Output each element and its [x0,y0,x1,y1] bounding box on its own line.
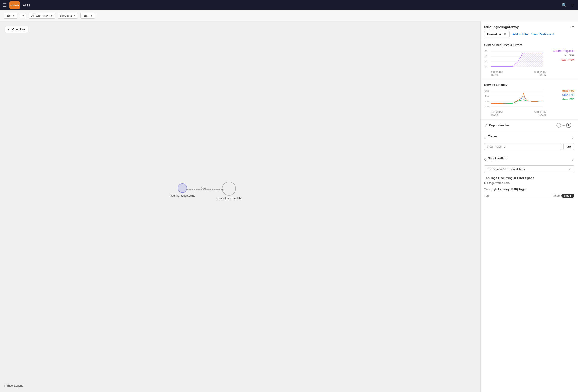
dependencies-right: → 1 › [556,123,574,128]
dep-source-circle [556,123,561,128]
trace-input-row: Go [484,143,574,150]
tag-dropdown-label: Top Across All Indexed Tags [487,167,525,171]
tag-badge: 5ms ▶ [562,194,574,198]
requests-total: 551 total [565,53,574,56]
service-requests-section: Service Requests & Errors 3/s 2/s 1/s 0/… [481,40,578,80]
dep-arrow-icon: → [562,124,565,127]
traces-section: ≡ Traces ⤢ Go [481,131,578,153]
time-range-arrow: ▼ [13,14,15,17]
p50-label: P50 [569,98,574,101]
tag-dropdown[interactable]: Top Across All Indexed Tags ▼ [484,165,574,173]
dependencies-left: ⤢ Dependencies [484,123,510,128]
tag-col-label: Tag [484,194,489,197]
dep-count: 1 [568,124,569,127]
extra-filter[interactable]: ▼ [20,13,26,18]
plus-icon[interactable]: + [571,2,575,9]
requests-chart: 3/s 2/s 1/s 0/s [484,49,546,70]
extra-arrow: ▼ [22,14,24,17]
no-error-tags-status: No tags with errors [484,181,574,185]
svg-text:2/s: 2/s [485,55,488,57]
traces-title: Traces [488,135,497,138]
svg-text:3/s: 3/s [485,50,488,52]
trace-id-input[interactable] [484,143,562,150]
tag-table-header-right: Value 5ms ▶ [553,194,574,198]
splunk-logo: splunk> [9,1,20,9]
time-range-filter[interactable]: -5m ▼ [4,13,17,19]
svg-text:2ms: 2ms [485,100,489,102]
tag-spotlight-section: ⚲ Tag Spotlight ⤢ Top Across All Indexed… [481,153,578,392]
search-icon[interactable]: 🔍 [561,2,568,9]
show-legend[interactable]: ℹ Show Legend [4,384,23,387]
services-filter[interactable]: Services ▼ [58,13,78,19]
p99-value: 5ms [562,89,569,92]
p90-legend-item: 5ms P90 [562,93,574,97]
latency-chart: 6ms 4ms 2ms 0ms [484,89,546,110]
source-node-label: istio-ingressgateway [170,194,195,197]
requests-legend: 1.84/s Requests 551 total 0/s Errors [549,49,574,62]
tag-dropdown-arrow: ▼ [569,168,571,171]
latency-legend: 5ms P99 5ms P90 4ms P50 [549,89,574,101]
requests-legend-item: 1.84/s Requests [553,49,574,52]
svg-text:0ms: 0ms [485,105,489,108]
trace-go-button[interactable]: Go [563,143,574,150]
all-workflows-arrow: ▼ [50,14,53,17]
source-node[interactable] [178,183,187,193]
all-workflows-filter[interactable]: All Workflows ▼ [29,13,55,19]
requests-x-end: 5:34:10 PMTODAY [534,71,546,76]
error-tags-title: Top Tags Occurring in Error Spans [484,176,574,180]
dependency-visual: → 1 [556,123,571,128]
key-icon: ⚲ [484,158,486,162]
latency-label: 5ms [201,187,206,189]
service-requests-title: Service Requests & Errors [484,43,574,47]
services-label: Services [60,14,72,17]
service-latency-section: Service Latency 6ms 4ms 2ms 0ms [481,80,578,120]
errors-legend-item: 0/s Errors [562,58,574,62]
panel-header: istio-ingressgateway ••• Breakdown ▼ Add… [481,21,578,40]
svg-text:4ms: 4ms [485,95,489,97]
p99-label: P99 [569,89,574,92]
overview-button[interactable]: ‹ < Overview [5,26,28,33]
requests-label: Requests [562,49,574,52]
right-panel: istio-ingressgateway ••• Breakdown ▼ Add… [480,21,578,392]
tag-spotlight-header: ⚲ Tag Spotlight ⤢ [484,157,574,163]
breakdown-label: Breakdown [487,33,502,36]
dep-target-circle: 1 [566,123,571,128]
p90-label: P90 [569,93,574,97]
service-latency-title: Service Latency [484,83,574,87]
dep-chevron-icon[interactable]: › [573,123,574,128]
traces-expand-icon[interactable]: ⤢ [572,136,574,139]
requests-chart-row: 3/s 2/s 1/s 0/s [484,49,574,76]
errors-value: 0/s [562,58,566,62]
view-dashboard-link[interactable]: View Dashboard [531,33,554,36]
svg-marker-9 [491,53,543,67]
tag-table-header: Tag Value 5ms ▶ [484,193,574,199]
tags-arrow: ▼ [90,14,93,17]
p99-legend-item: 5ms P99 [562,89,574,92]
tags-label: Tags [83,14,89,17]
main-layout: ‹ < Overview istio-ingressgateway 5ms ▶ [0,21,578,392]
target-node[interactable] [222,182,236,196]
filter-bar: -5m ▼ ▼ All Workflows ▼ Services ▼ Tags … [0,10,578,21]
hamburger-icon[interactable]: ☰ [3,2,6,8]
tag-title-row: ⚲ Tag Spotlight [484,157,508,163]
canvas-area: ‹ < Overview istio-ingressgateway 5ms ▶ [0,21,480,392]
requests-value: 1.84/s [553,49,562,52]
services-arrow: ▼ [73,14,75,17]
time-range-value: -5m [6,14,11,17]
breakdown-arrow: ▼ [504,33,507,36]
dependencies-section: ⤢ Dependencies → 1 › [481,120,578,131]
tag-expand-icon[interactable]: ⤢ [572,158,574,162]
requests-chart-wrapper: 3/s 2/s 1/s 0/s [484,49,546,76]
latency-chart-row: 6ms 4ms 2ms 0ms [484,89,574,116]
breakdown-button[interactable]: Breakdown ▼ [484,31,510,38]
more-options-icon[interactable]: ••• [570,25,574,29]
p50-legend-item: 4ms P50 [562,98,574,101]
latency-x-end: 5:34:10 PMTODAY [534,111,546,116]
show-legend-label: Show Legend [6,384,23,387]
share-icon: ⤢ [484,123,487,128]
tags-filter[interactable]: Tags ▼ [80,13,95,19]
add-to-filter-link[interactable]: Add to Filter [512,33,529,36]
dependencies-title: Dependencies [489,124,510,127]
latency-x-start: 5:29:20 PMTODAY [491,111,503,116]
app-title: APM [23,3,30,7]
